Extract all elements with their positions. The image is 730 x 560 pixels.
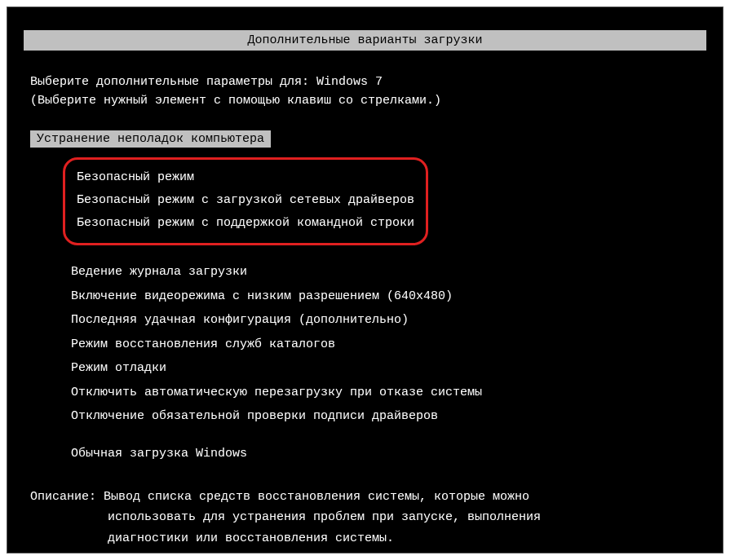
normal-boot-label: Обычная загрузка Windows [71, 447, 247, 461]
menu-list: Ведение журнала загрузки Включение видео… [71, 260, 706, 429]
menu-item-low-res-video[interactable]: Включение видеорежима с низким разрешени… [71, 284, 706, 309]
prompt-line: Выберите дополнительные параметры для: W… [24, 75, 706, 89]
menu-item-safe-mode[interactable]: Безопасный режим [77, 166, 414, 189]
title-text: Дополнительные варианты загрузки [247, 33, 482, 47]
description-label: Описание: [30, 490, 96, 504]
menu-item-directory-services-restore[interactable]: Режим восстановления служб каталогов [71, 333, 706, 357]
prompt-prefix: Выберите дополнительные параметры для: [30, 75, 316, 89]
selected-row[interactable]: Устранение неполадок компьютера [24, 130, 706, 151]
menu-item-disable-auto-restart[interactable]: Отключить автоматическую перезагрузку пр… [71, 381, 706, 405]
menu-item-last-known-good[interactable]: Последняя удачная конфигурация (дополнит… [71, 308, 706, 333]
menu-item-boot-logging[interactable]: Ведение журнала загрузки [71, 260, 706, 284]
boot-menu-screen: Дополнительные варианты загрузки Выберит… [7, 7, 723, 553]
prompt-hint: (Выберите нужный элемент с помощью клави… [24, 94, 706, 108]
menu-item-disable-driver-signature[interactable]: Отключение обязательной проверки подписи… [71, 404, 706, 429]
menu-item-safe-mode-command[interactable]: Безопасный режим с поддержкой командной … [77, 212, 414, 235]
menu-item-safe-mode-networking[interactable]: Безопасный режим с загрузкой сетевых дра… [77, 189, 414, 212]
menu-item-normal-boot[interactable]: Обычная загрузка Windows [71, 447, 706, 461]
description-block: Описание: Вывод списка средств восстанов… [24, 487, 706, 549]
highlight-annotation: Безопасный режим Безопасный режим с загр… [63, 157, 428, 245]
menu-item-repair[interactable]: Устранение неполадок компьютера [30, 130, 271, 148]
os-name: Windows 7 [316, 75, 383, 89]
description-line2: использовать для устранения проблем при … [108, 507, 706, 528]
description-line3: диагностики или восстановления системы. [108, 528, 706, 549]
menu-item-debug-mode[interactable]: Режим отладки [71, 356, 706, 381]
description-line1: Вывод списка средств восстановления сист… [104, 490, 529, 504]
title-bar: Дополнительные варианты загрузки [24, 30, 706, 51]
